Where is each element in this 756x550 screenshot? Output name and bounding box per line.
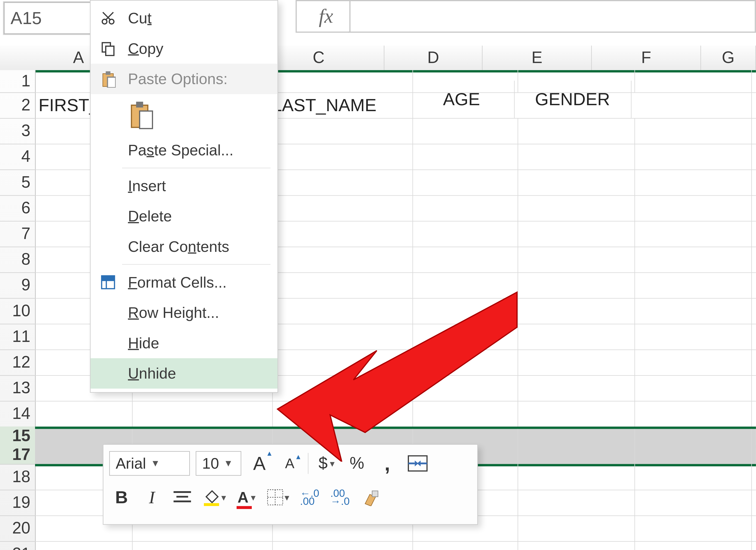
cell-D4[interactable] <box>409 144 518 169</box>
cell-G4[interactable] <box>748 144 756 169</box>
cell-E13[interactable] <box>514 375 635 401</box>
cell-D2[interactable]: AGE <box>409 81 515 118</box>
cell-G17[interactable] <box>748 445 756 464</box>
cell-C13[interactable] <box>269 375 413 401</box>
cell-G19[interactable] <box>748 490 756 515</box>
increase-decimal-button[interactable]: .00→.0 <box>328 486 352 509</box>
cell-E6[interactable] <box>514 195 635 221</box>
row-header-15[interactable]: 15 <box>0 427 35 446</box>
cell-D5[interactable] <box>409 169 518 195</box>
merge-center-button[interactable] <box>405 452 430 475</box>
row-header-13[interactable]: 13 <box>0 375 35 402</box>
row-header-18[interactable]: 18 <box>0 464 35 490</box>
cell-C5[interactable] <box>269 169 413 195</box>
cell-D13[interactable] <box>409 375 518 401</box>
cell-C10[interactable] <box>269 298 413 324</box>
bold-button[interactable]: B <box>109 486 134 509</box>
row-header-9[interactable]: 9 <box>0 272 35 299</box>
cell-G13[interactable] <box>748 375 756 401</box>
decrease-font-button[interactable]: A▴ <box>277 452 302 475</box>
cell-F1[interactable] <box>631 70 752 92</box>
row-header-10[interactable]: 10 <box>0 298 35 325</box>
select-all-corner[interactable] <box>0 46 36 71</box>
cell-E14[interactable] <box>514 401 635 427</box>
menu-item-clear[interactable]: Clear Contents <box>90 231 277 262</box>
cell-E11[interactable] <box>514 324 635 350</box>
cell-G11[interactable] <box>748 324 756 350</box>
cell-F19[interactable] <box>631 490 752 515</box>
align-center-button[interactable] <box>170 486 194 509</box>
cell-F6[interactable] <box>631 195 752 221</box>
cell-D10[interactable] <box>409 298 518 324</box>
cell-E7[interactable] <box>514 221 635 246</box>
cell-C21[interactable] <box>269 541 413 550</box>
cell-C1[interactable] <box>269 70 413 92</box>
cell-B21[interactable] <box>129 541 273 550</box>
cell-E5[interactable] <box>514 169 635 195</box>
cell-F7[interactable] <box>631 221 752 246</box>
menu-item-unhide[interactable]: Unhide <box>90 358 277 389</box>
fill-color-button[interactable]: ▾ <box>200 486 228 509</box>
cell-G3[interactable] <box>748 118 756 144</box>
menu-item-delete[interactable]: Delete <box>90 201 277 231</box>
cell-D11[interactable] <box>409 324 518 350</box>
cell-F3[interactable] <box>631 118 752 144</box>
cell-E9[interactable] <box>514 272 635 298</box>
cell-G14[interactable] <box>748 401 756 427</box>
cell-F9[interactable] <box>631 272 752 298</box>
row-header-12[interactable]: 12 <box>0 350 35 376</box>
comma-format-button[interactable]: , <box>375 452 400 475</box>
menu-item-hide[interactable]: Hide <box>90 328 277 359</box>
cell-C2[interactable]: LAST_NAME <box>269 92 413 118</box>
italic-button[interactable]: I <box>140 486 164 509</box>
cell-E8[interactable] <box>514 246 635 272</box>
cell-G20[interactable] <box>748 515 756 541</box>
cell-D6[interactable] <box>409 195 518 221</box>
cell-E3[interactable] <box>514 118 635 144</box>
cell-G12[interactable] <box>748 350 756 375</box>
cell-F5[interactable] <box>631 169 752 195</box>
font-family-combo[interactable]: Arial▼ <box>109 451 190 476</box>
cell-F2[interactable] <box>631 92 752 118</box>
cell-G6[interactable] <box>748 195 756 221</box>
cell-E19[interactable] <box>514 490 635 515</box>
cell-G2[interactable] <box>748 92 756 118</box>
row-header-2[interactable]: 2 <box>0 92 35 119</box>
cell-G9[interactable] <box>748 272 756 298</box>
cell-G15[interactable] <box>748 429 756 448</box>
cell-C4[interactable] <box>269 144 413 169</box>
increase-font-button[interactable]: A▴ <box>247 452 272 475</box>
column-header-F[interactable]: F <box>592 46 701 70</box>
row-header-17[interactable]: 17 <box>0 445 35 465</box>
cell-F13[interactable] <box>631 375 752 401</box>
cell-G5[interactable] <box>748 169 756 195</box>
borders-button[interactable]: ▾ <box>265 486 291 509</box>
row-header-1[interactable]: 1 <box>0 70 35 93</box>
row-header-8[interactable]: 8 <box>0 246 35 273</box>
formula-bar[interactable] <box>348 0 756 33</box>
cell-F12[interactable] <box>631 350 752 375</box>
cell-G8[interactable] <box>748 246 756 272</box>
cell-E10[interactable] <box>514 298 635 324</box>
menu-item-rowheight[interactable]: Row Height... <box>90 298 277 328</box>
cell-E18[interactable] <box>514 464 635 490</box>
column-header-D[interactable]: D <box>384 46 483 70</box>
cell-F17[interactable] <box>631 445 752 464</box>
cell-E4[interactable] <box>514 144 635 169</box>
cell-G21[interactable] <box>748 541 756 550</box>
menu-item-paste_special[interactable]: Paste Special... <box>90 135 277 165</box>
cell-F4[interactable] <box>631 144 752 169</box>
cell-D21[interactable] <box>409 541 518 550</box>
row-header-7[interactable]: 7 <box>0 221 35 247</box>
cell-D9[interactable] <box>409 272 518 298</box>
paste-default-button[interactable] <box>90 94 277 135</box>
cell-D3[interactable] <box>409 118 518 144</box>
cell-E17[interactable] <box>514 445 635 464</box>
row-header-19[interactable]: 19 <box>0 490 35 516</box>
cell-E21[interactable] <box>514 541 635 550</box>
cell-G7[interactable] <box>748 221 756 246</box>
cell-C11[interactable] <box>269 324 413 350</box>
column-header-G[interactable]: G <box>701 46 756 70</box>
cell-D14[interactable] <box>409 401 518 427</box>
cell-G18[interactable] <box>748 464 756 490</box>
